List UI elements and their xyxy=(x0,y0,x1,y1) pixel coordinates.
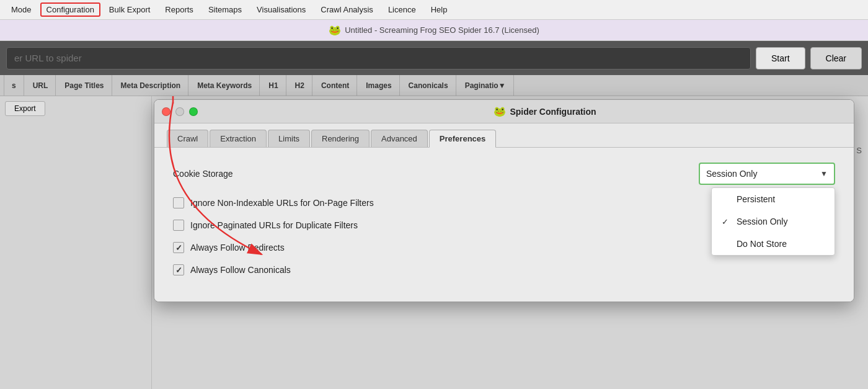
dialog-titlebar: 🐸 Spider Configuration xyxy=(154,100,854,123)
close-button[interactable] xyxy=(162,107,170,116)
menu-crawl-analysis[interactable]: Crawl Analysis xyxy=(314,2,379,17)
dialog-tab-crawl[interactable]: Crawl xyxy=(167,130,208,147)
option-do-not-store-label: Do Not Store xyxy=(737,239,787,249)
tab-images[interactable]: Images xyxy=(358,75,399,96)
checkbox-label-0: Ignore Non-Indexable URLs for On-Page Fi… xyxy=(190,198,374,208)
checkbox-check-3: ✓ xyxy=(175,266,182,275)
main-area: Export S 🐸 Spider Configuration Crawl Ex… xyxy=(0,96,868,389)
dialog-tab-extraction[interactable]: Extraction xyxy=(210,130,267,147)
dialog-tab-rendering[interactable]: Rendering xyxy=(311,130,370,147)
option-session-only[interactable]: ✓ Session Only xyxy=(712,210,835,233)
dialog-tab-preferences[interactable]: Preferences xyxy=(429,130,496,148)
export-button[interactable]: Export xyxy=(5,101,45,116)
tab-s[interactable]: s xyxy=(4,75,24,96)
maximize-button[interactable] xyxy=(189,107,198,116)
menu-reports[interactable]: Reports xyxy=(159,2,200,17)
menu-visualisations[interactable]: Visualisations xyxy=(250,2,312,17)
checkbox-ignore-non-indexable[interactable] xyxy=(173,197,184,208)
checkbox-row-3: ✓ Always Follow Canonicals xyxy=(173,264,835,275)
menu-configuration[interactable]: Configuration xyxy=(40,2,100,17)
check-persistent xyxy=(722,195,732,204)
checkbox-check-2: ✓ xyxy=(175,243,182,253)
checkbox-label-2: Always Follow Redirects xyxy=(190,243,285,253)
checkbox-label-3: Always Follow Canonicals xyxy=(190,265,291,275)
cookie-storage-row: Cookie Storage Session Only ▼ Persistent… xyxy=(173,163,835,185)
checkbox-always-follow-canonicals[interactable]: ✓ xyxy=(173,264,184,275)
check-session-only: ✓ xyxy=(722,217,732,226)
clear-button[interactable]: Clear xyxy=(810,47,862,69)
dialog-body: Cookie Storage Session Only ▼ Persistent… xyxy=(154,148,854,302)
option-persistent-label: Persistent xyxy=(737,194,775,204)
tab-h2[interactable]: H2 xyxy=(288,75,312,96)
cookie-storage-menu: Persistent ✓ Session Only Do Not Store xyxy=(711,187,835,256)
chevron-down-icon: ▼ xyxy=(820,169,828,178)
menu-help[interactable]: Help xyxy=(425,2,454,17)
app-title-bar: 🐸 Untitled - Screaming Frog SEO Spider 1… xyxy=(0,20,868,41)
dialog-title-text: Spider Configuration xyxy=(510,107,596,117)
minimize-button[interactable] xyxy=(175,107,184,116)
spider-config-dialog: 🐸 Spider Configuration Crawl Extraction … xyxy=(154,99,854,302)
frog-icon: 🐸 xyxy=(329,24,341,36)
left-panel: Export xyxy=(0,96,152,389)
cookie-storage-selected: Session Only xyxy=(706,169,757,179)
tab-h1[interactable]: H1 xyxy=(261,75,286,96)
main-tab-bar: s URL Page Titles Meta Description Meta … xyxy=(0,75,868,96)
check-do-not-store xyxy=(722,239,732,249)
tab-page-titles[interactable]: Page Titles xyxy=(57,75,112,96)
option-do-not-store[interactable]: Do Not Store xyxy=(712,233,835,255)
tab-content[interactable]: Content xyxy=(314,75,357,96)
app-title: Untitled - Screaming Frog SEO Spider 16.… xyxy=(345,25,539,35)
dialog-frog-icon: 🐸 xyxy=(494,105,506,117)
tab-pagination[interactable]: Paginatio▼ xyxy=(458,75,514,96)
dialog-tab-advanced[interactable]: Advanced xyxy=(371,130,428,147)
tab-url[interactable]: URL xyxy=(25,75,56,96)
option-session-only-label: Session Only xyxy=(737,217,787,226)
dialog-title: 🐸 Spider Configuration xyxy=(203,105,846,117)
tab-meta-keywords[interactable]: Meta Keywords xyxy=(190,75,260,96)
checkbox-ignore-paginated[interactable] xyxy=(173,220,184,231)
checkbox-label-1: Ignore Paginated URLs for Duplicate Filt… xyxy=(190,220,358,230)
menu-mode[interactable]: Mode xyxy=(5,2,38,17)
checkbox-always-follow-redirects[interactable]: ✓ xyxy=(173,242,184,253)
start-button[interactable]: Start xyxy=(756,47,805,69)
menu-bulk-export[interactable]: Bulk Export xyxy=(103,2,156,17)
right-label: S xyxy=(856,146,862,155)
cookie-storage-dropdown-wrapper: Session Only ▼ Persistent ✓ Session Only xyxy=(699,163,835,185)
menu-sitemaps[interactable]: Sitemaps xyxy=(202,2,248,17)
menu-licence[interactable]: Licence xyxy=(382,2,422,17)
tab-canonicals[interactable]: Canonicals xyxy=(401,75,456,96)
url-bar: Start Clear xyxy=(0,41,868,75)
option-persistent[interactable]: Persistent xyxy=(712,188,835,210)
tab-meta-description[interactable]: Meta Description xyxy=(113,75,189,96)
url-input[interactable] xyxy=(6,47,751,69)
cookie-storage-label: Cookie Storage xyxy=(173,169,699,179)
menu-bar: Mode Configuration Bulk Export Reports S… xyxy=(0,0,868,20)
dialog-tabs: Crawl Extraction Limits Rendering Advanc… xyxy=(154,123,854,148)
cookie-storage-dropdown[interactable]: Session Only ▼ xyxy=(699,163,835,185)
dialog-tab-limits[interactable]: Limits xyxy=(268,130,310,147)
